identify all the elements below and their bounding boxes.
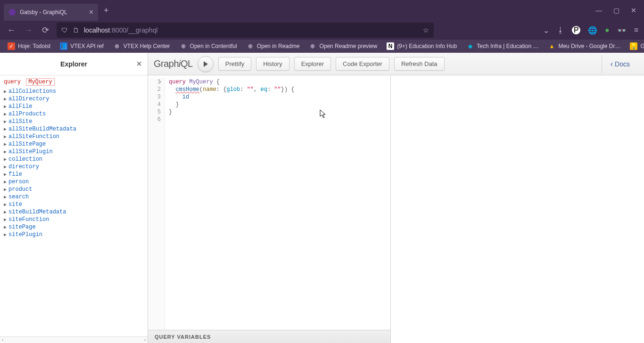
explorer-field-item[interactable]: ▶search (4, 193, 144, 201)
chevron-left-icon: ‹ (611, 60, 613, 68)
extension-green-icon[interactable]: ● (605, 26, 610, 34)
explorer-toggle-button[interactable]: Explorer (294, 57, 331, 71)
prettify-button[interactable]: Prettify (218, 57, 251, 71)
query-name-input[interactable]: MyQuery (26, 78, 54, 86)
field-label: directory (8, 163, 39, 170)
explorer-field-item[interactable]: ▶file (4, 171, 144, 178)
explorer-field-item[interactable]: ▶allSite (4, 118, 144, 125)
explorer-field-item[interactable]: ▶collection (4, 155, 144, 163)
footer-scroll-right[interactable]: › (144, 337, 146, 343)
bookmark-item[interactable]: ⊕VTEX Help Center (109, 41, 174, 51)
globe-icon: ⊕ (309, 42, 316, 50)
tab-close-icon[interactable]: × (89, 8, 93, 16)
explorer-field-item[interactable]: ▶product (4, 186, 144, 193)
bookmark-item[interactable]: 💡Google Keep (626, 41, 644, 51)
bookmark-item[interactable]: ⊕Open in Readme (243, 41, 304, 51)
explorer-field-item[interactable]: ▶allProducts (4, 110, 144, 118)
graphiql-toolbar: GraphiQL Prettify History Explorer Code … (148, 53, 644, 75)
field-label: allSitePlugin (8, 148, 53, 155)
explorer-close-icon[interactable]: × (136, 58, 142, 69)
minimize-button[interactable]: — (595, 7, 602, 14)
field-label: allSiteFunction (8, 133, 59, 140)
explorer-field-item[interactable]: ▶allSiteFunction (4, 133, 144, 140)
svg-point-0 (9, 9, 16, 16)
back-button[interactable]: ← (6, 25, 17, 35)
bookmark-item[interactable]: ⊕Open in Contentful (176, 41, 241, 51)
query-editor-pane: 1▾ 2 3 4 5 6 query MyQuery { cmsHome(nam… (148, 75, 391, 343)
bookmark-item[interactable]: N(9+) Education Info Hub (383, 41, 461, 51)
bookmark-label: Tech Infra | Education … (477, 43, 538, 49)
book-icon: 📘 (60, 42, 67, 50)
chevron-right-icon: ▶ (4, 89, 7, 94)
fold-icon[interactable]: ▾ (159, 78, 162, 86)
menu-icon[interactable]: ≡ (634, 26, 638, 34)
extension-globe-icon[interactable]: 🌐 (588, 26, 597, 35)
explorer-field-item[interactable]: ▶siteFunction (4, 216, 144, 223)
chevron-right-icon: ▶ (4, 126, 7, 132)
shield-icon[interactable]: 🛡 (61, 26, 68, 34)
browser-tab[interactable]: Gatsby - GraphiQL × (4, 4, 98, 21)
forward-button[interactable]: → (23, 25, 34, 35)
history-button[interactable]: History (256, 57, 289, 71)
explorer-footer: ‹ › (0, 336, 148, 343)
chevron-right-icon: ▶ (4, 194, 7, 200)
url-host: localhost (84, 26, 110, 34)
chevron-right-icon: ▶ (4, 156, 7, 162)
maximize-button[interactable]: ▢ (613, 7, 619, 14)
extension-glasses-icon[interactable]: 👓 (617, 26, 627, 35)
globe-icon: ⊕ (113, 42, 121, 50)
explorer-field-item[interactable]: ▶site (4, 201, 144, 208)
explorer-field-item[interactable]: ▶siteBuildMetadata (4, 208, 144, 216)
explorer-field-item[interactable]: ▶allFile (4, 103, 144, 110)
bookmark-label: (9+) Education Info Hub (397, 43, 457, 49)
field-label: collection (8, 156, 42, 163)
bookmark-label: Google Keep (640, 43, 644, 49)
bookmark-item[interactable]: ✓Hoje: Todoist (4, 41, 54, 51)
explorer-field-item[interactable]: ▶sitePlugin (4, 231, 144, 238)
toolbar-extensions: ⌄ ⭳ P 🌐 ● 👓 ≡ (543, 26, 638, 35)
close-button[interactable]: ✕ (631, 7, 636, 14)
chevron-right-icon: ▶ (4, 141, 7, 147)
explorer-field-item[interactable]: ▶allCollections (4, 88, 144, 95)
explorer-field-item[interactable]: ▶sitePage (4, 223, 144, 231)
bookmark-item[interactable]: ⊕Open Readme preview (305, 41, 381, 51)
new-tab-button[interactable]: + (104, 6, 109, 16)
code-content[interactable]: query MyQuery { cmsHome(name: {glob: "",… (165, 78, 295, 330)
bookmark-item[interactable]: 📘VTEX API ref (56, 41, 107, 51)
code-exporter-button[interactable]: Code Exporter (336, 57, 389, 71)
field-label: siteBuildMetadata (8, 209, 66, 215)
url-path: :8000/__graphql (110, 26, 157, 34)
downloads-icon[interactable]: ⭳ (557, 26, 564, 34)
explorer-field-item[interactable]: ▶person (4, 178, 144, 186)
explorer-field-item[interactable]: ▶allSitePlugin (4, 148, 144, 155)
docs-button[interactable]: ‹ Docs (602, 55, 638, 73)
pocket-icon[interactable]: ⌄ (543, 26, 549, 35)
field-label: allSitePage (8, 141, 46, 147)
chevron-right-icon: ▶ (4, 164, 7, 170)
footer-scroll-left[interactable]: ‹ (2, 337, 3, 343)
bookmark-item[interactable]: ▲Meu Drive - Google Dr… (544, 41, 624, 51)
bookmark-item[interactable]: ◆Tech Infra | Education … (462, 41, 542, 51)
graphiql-app: Explorer × query MyQuery ▶allCollections… (0, 53, 644, 343)
explorer-body[interactable]: query MyQuery ▶allCollections▶allDirecto… (0, 75, 148, 336)
bookmark-label: VTEX API ref (70, 43, 104, 49)
url-input[interactable]: 🛡 🗋 localhost:8000/__graphql ☆ (57, 23, 434, 38)
tab-favicon-icon (8, 8, 16, 16)
explorer-field-item[interactable]: ▶allSiteBuildMetadata (4, 125, 144, 133)
explorer-field-item[interactable]: ▶allSitePage (4, 140, 144, 148)
query-variables-bar[interactable]: Query Variables (148, 330, 390, 343)
tab-title: Gatsby - GraphiQL (20, 9, 85, 16)
extension-p-icon[interactable]: P (572, 26, 580, 34)
field-label: sitePlugin (8, 231, 42, 238)
explorer-field-item[interactable]: ▶allDirectory (4, 95, 144, 103)
explorer-query-line: query MyQuery (4, 78, 144, 86)
query-editor[interactable]: 1▾ 2 3 4 5 6 query MyQuery { cmsHome(nam… (148, 75, 390, 330)
page-info-icon[interactable]: 🗋 (73, 26, 79, 34)
field-label: file (8, 171, 22, 178)
bookmark-star-icon[interactable]: ☆ (423, 26, 429, 34)
refresh-data-button[interactable]: Refresh Data (394, 57, 445, 71)
editor-split: 1▾ 2 3 4 5 6 query MyQuery { cmsHome(nam… (148, 75, 644, 343)
execute-button[interactable] (198, 56, 214, 72)
explorer-field-item[interactable]: ▶directory (4, 163, 144, 171)
reload-button[interactable]: ⟳ (40, 25, 51, 35)
